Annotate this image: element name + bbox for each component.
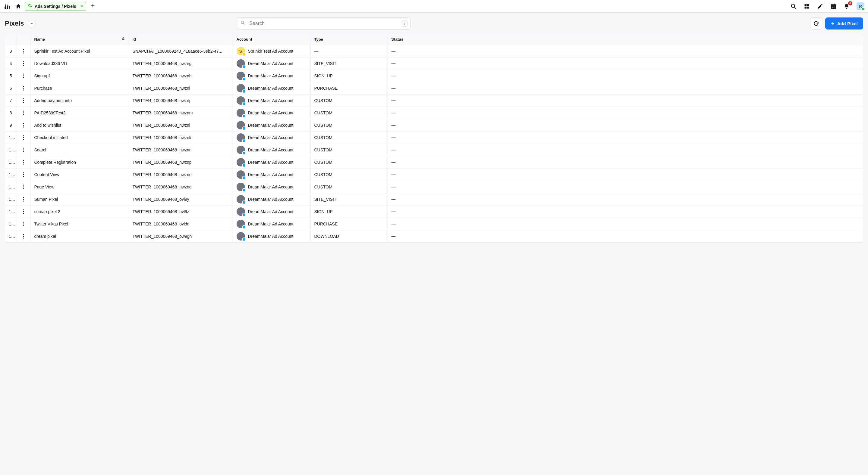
- compose-icon[interactable]: [817, 3, 824, 10]
- row-menu[interactable]: [17, 119, 30, 131]
- kebab-icon[interactable]: [21, 197, 27, 202]
- cell-status: —: [388, 70, 863, 82]
- kebab-icon[interactable]: [21, 86, 27, 91]
- svg-point-43: [23, 174, 24, 175]
- table-row[interactable]: 9Add to wishlistTWITTER_1000069468_nwznl…: [5, 119, 863, 131]
- svg-point-27: [23, 110, 24, 111]
- cell-type: CUSTOM: [310, 181, 388, 193]
- twitter-account-icon: [237, 146, 245, 154]
- table-row[interactable]: 6PurchaseTWITTER_1000069468_nwzniDreamMa…: [5, 82, 863, 94]
- table-row[interactable]: 18dream pixelTWITTER_1000069468_ow9ghDre…: [5, 230, 863, 242]
- kebab-icon[interactable]: [21, 147, 27, 152]
- snapchat-account-icon: S: [237, 47, 245, 56]
- slash-shortcut: /: [402, 20, 407, 27]
- svg-rect-7: [832, 3, 832, 5]
- row-menu[interactable]: [17, 94, 30, 107]
- table-row[interactable]: 11SearchTWITTER_1000069468_nwznnDreamMal…: [5, 144, 863, 156]
- row-menu[interactable]: [17, 57, 30, 70]
- svg-point-22: [23, 88, 24, 89]
- twitter-account-icon: [237, 72, 245, 80]
- cell-type: CUSTOM: [310, 131, 388, 144]
- kebab-icon[interactable]: [21, 49, 27, 54]
- row-menu[interactable]: [17, 45, 30, 57]
- account-label: DreamMalar Ad Account: [248, 160, 293, 165]
- new-tab-button[interactable]: [90, 3, 95, 9]
- row-menu[interactable]: [17, 193, 30, 205]
- table-row[interactable]: 7Added payment infoTWITTER_1000069468_nw…: [5, 94, 863, 107]
- col-type[interactable]: Type: [310, 34, 388, 45]
- table-row[interactable]: 4Download336 VDTWITTER_1000069468_nwzngD…: [5, 57, 863, 70]
- cell-id: TWITTER_1000069468_nwznj: [129, 94, 233, 107]
- refresh-button[interactable]: [810, 18, 822, 30]
- table-row[interactable]: 10Checkout initiatedTWITTER_1000069468_n…: [5, 131, 863, 144]
- kebab-icon[interactable]: [21, 172, 27, 177]
- cell-name: suman pixel 2: [30, 205, 129, 217]
- row-menu[interactable]: [17, 144, 30, 156]
- twitter-account-icon: [237, 84, 245, 93]
- table-row[interactable]: 14Page ViewTWITTER_1000069468_nwznqDream…: [5, 181, 863, 193]
- table-row[interactable]: 16suman pixel 2TWITTER_1000069468_ovl9zD…: [5, 205, 863, 217]
- cell-type: SITE_VISIT: [310, 193, 388, 205]
- cell-type: —: [310, 45, 388, 57]
- kebab-icon[interactable]: [21, 110, 27, 115]
- kebab-icon[interactable]: [21, 123, 27, 128]
- table-row[interactable]: 3Sprinklr Test Ad Account PixelSNAPCHAT_…: [5, 45, 863, 57]
- kebab-icon[interactable]: [21, 135, 27, 140]
- add-pixel-label: Add Pixel: [837, 21, 858, 26]
- kebab-icon[interactable]: [21, 160, 27, 165]
- row-menu[interactable]: [17, 82, 30, 94]
- apps-grid-icon[interactable]: [804, 3, 810, 10]
- svg-point-56: [23, 225, 24, 226]
- kebab-icon[interactable]: [21, 98, 27, 103]
- calendar-icon[interactable]: 22: [830, 3, 837, 10]
- kebab-icon[interactable]: [21, 73, 27, 78]
- row-menu[interactable]: [17, 168, 30, 181]
- row-menu[interactable]: [17, 131, 30, 144]
- kebab-icon[interactable]: [21, 209, 27, 214]
- row-number: 16: [5, 205, 17, 217]
- col-account[interactable]: Account: [233, 34, 310, 45]
- table-row[interactable]: 12Complete RegistrationTWITTER_100006946…: [5, 156, 863, 168]
- account-label: Sprinklr Test Ad Account: [248, 49, 293, 54]
- svg-point-35: [23, 139, 24, 140]
- row-menu[interactable]: [17, 205, 30, 217]
- cell-account: SSprinklr Test Ad Account: [233, 45, 310, 57]
- table-row[interactable]: 8PAID25399Test2TWITTER_1000069468_nwznmD…: [5, 107, 863, 119]
- home-icon[interactable]: [15, 3, 22, 10]
- svg-point-55: [23, 223, 24, 224]
- kebab-icon[interactable]: [21, 222, 27, 226]
- table-row[interactable]: 15Suman PixelTWITTER_1000069468_ovl9yDre…: [5, 193, 863, 205]
- col-name[interactable]: Name: [30, 34, 129, 45]
- close-icon[interactable]: [80, 4, 84, 9]
- row-menu[interactable]: [17, 181, 30, 193]
- table-row[interactable]: 13Content ViewTWITTER_1000069468_nwznoDr…: [5, 168, 863, 181]
- svg-point-33: [23, 135, 24, 136]
- row-menu[interactable]: [17, 70, 30, 82]
- cell-account: DreamMalar Ad Account: [233, 131, 310, 144]
- title-dropdown[interactable]: [28, 20, 36, 27]
- search-icon[interactable]: [790, 3, 797, 10]
- row-menu[interactable]: [17, 156, 30, 168]
- add-pixel-button[interactable]: Add Pixel: [825, 18, 863, 30]
- svg-point-15: [23, 61, 24, 62]
- kebab-icon[interactable]: [21, 61, 27, 66]
- cell-account: DreamMalar Ad Account: [233, 94, 310, 107]
- row-menu[interactable]: [17, 107, 30, 119]
- row-menu[interactable]: [17, 217, 30, 230]
- active-tab[interactable]: Ads Settings / Pixels: [25, 2, 86, 11]
- cell-type: CUSTOM: [310, 119, 388, 131]
- svg-point-30: [23, 123, 24, 124]
- cell-status: —: [388, 57, 863, 70]
- svg-point-46: [23, 186, 24, 187]
- row-menu[interactable]: [17, 230, 30, 242]
- search-input[interactable]: [237, 18, 410, 30]
- user-avatar[interactable]: R: [857, 2, 864, 10]
- col-status[interactable]: Status: [388, 34, 863, 45]
- table-row[interactable]: 17Twiiter Vikas PixelTWITTER_1000069468_…: [5, 217, 863, 230]
- notifications-icon[interactable]: 3: [843, 3, 850, 10]
- col-id[interactable]: Id: [129, 34, 233, 45]
- table-row[interactable]: 5Sign up1TWITTER_1000069468_nwznhDreamMa…: [5, 70, 863, 82]
- kebab-icon[interactable]: [21, 234, 27, 239]
- svg-point-10: [241, 21, 244, 24]
- kebab-icon[interactable]: [21, 184, 27, 189]
